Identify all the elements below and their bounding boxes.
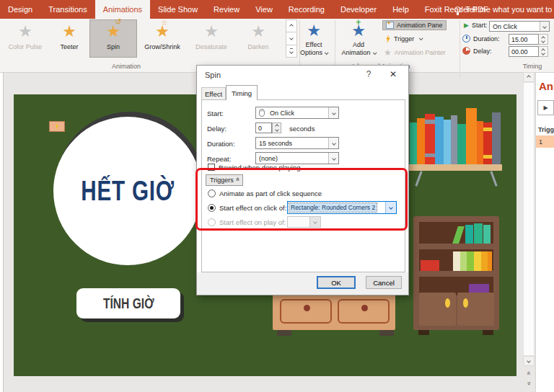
tab-transitions[interactable]: Transitions [40,0,94,19]
cabinet-foot [277,330,291,336]
chevron-down-icon [325,50,329,55]
leaning-book [452,226,465,244]
animation-pane-icon [386,22,394,29]
pie-clock-icon [462,47,470,55]
dialog-footer: OK Cancel [197,272,408,295]
tab-slide-show[interactable]: Slide Show [150,0,206,19]
ribbon-delay-spinner[interactable] [539,46,548,57]
vertical-scrollbar-track[interactable] [523,82,535,356]
tab-design[interactable]: Design [0,0,40,19]
thumbnail-pane-edge [0,73,4,392]
ribbon-delay-input[interactable]: 00.00 [509,46,539,57]
bookcase-shelf-1 [419,222,493,244]
drawer-cabinet-illustration[interactable] [273,294,395,330]
dropdown-arrow-icon[interactable] [328,153,338,164]
trigger-button[interactable]: Trigger [385,35,422,43]
cancel-button[interactable]: Cancel [366,276,402,289]
dropdown-arrow-icon[interactable] [328,138,338,148]
dialog-tab-timing[interactable]: Timing [226,85,258,100]
previous-slide-button[interactable]: « [523,368,535,378]
darken-star-icon: ★ [251,24,265,40]
play-from-button[interactable]: ▶ [537,100,554,115]
play-icon: ▶ [543,104,548,111]
cabinet-foot [379,330,394,336]
animation-pane-button[interactable]: Animation Pane [382,20,447,30]
start-select[interactable]: On Click [255,107,339,119]
animation-darken[interactable]: ★ Darken [235,19,281,58]
group-label-timing: Timing [509,63,554,70]
dropdown-arrow-icon[interactable] [540,22,549,31]
book-row [453,251,492,271]
book-spine [483,122,492,164]
wall-shelf-board[interactable] [408,164,502,171]
trigger-group-header: Trigger: Rectangle: Rounded Corners 2 [538,126,554,133]
animation-painter-button[interactable]: ★ Animation Painter [384,48,446,57]
drawer-right [338,299,390,324]
wall-shelf-books [410,108,501,164]
tell-me-search[interactable]: Tell me what you want to do [454,0,554,19]
het-gio-circle[interactable]: HẾT GIỜ [53,117,202,265]
ribbon-duration-row: Duration: [462,35,500,43]
lightning-bolt-icon [55,123,59,130]
effect-options-button[interactable]: ★ Effect Options [293,21,335,57]
tinh-gio-button-shape[interactable]: TÍNH GIỜ [76,288,180,318]
teeter-star-icon: ★ [62,24,76,40]
add-animation-button[interactable]: ★+ Add Animation [336,21,381,57]
powerpoint-window: Design Transitions Animations Slide Show… [0,0,554,392]
animation-color-pulse[interactable]: ★ Color Pulse [1,19,49,58]
het-gio-text: HẾT GIỜ [81,176,175,207]
chevron-down-icon [372,50,377,55]
ribbon-duration-spinner[interactable] [539,34,548,45]
clock-icon [462,35,470,43]
tab-review[interactable]: Review [206,0,247,19]
cabinet-door-left [419,293,456,326]
dropdown-arrow-icon[interactable] [328,107,338,118]
next-slide-button[interactable]: « [523,378,535,388]
delay-input[interactable]: 0 [255,122,272,133]
tab-view[interactable]: View [247,0,281,19]
animation-teeter[interactable]: ★ Teeter [49,19,89,58]
animation-grow-shrink[interactable]: ★☆ Grow/Shrink [137,19,188,58]
tab-animations[interactable]: Animations [95,0,150,19]
animation-spin[interactable]: ★↺ Spin [89,19,137,58]
lightning-bolt-icon [385,35,391,43]
ribbon-start-select[interactable]: On Click [489,21,550,32]
shelf-bracket [415,171,422,187]
ribbon-duration-input[interactable]: 15.00 [509,34,539,45]
start-play-icon: ▶ [464,22,469,29]
duration-select[interactable]: 15 seconds [255,137,339,149]
trigger-badge[interactable] [49,121,65,132]
book-spine [417,118,425,164]
tab-recording[interactable]: Recording [281,0,333,19]
dialog-help-button[interactable]: ? [363,69,374,81]
bookcase-foot [483,330,493,335]
duration-label: Duration: [207,140,235,148]
repeat-select[interactable]: (none) [255,152,339,164]
tab-help[interactable]: Help [384,0,417,19]
dialog-close-button[interactable]: ✕ [386,69,400,81]
mouse-click-icon [259,109,265,117]
animation-pane-panel: Animation Pane ▶ Trigger: Rectangle: Rou… [535,73,554,392]
scroll-down-button[interactable] [523,356,535,366]
ok-button[interactable]: OK [317,276,356,289]
tinh-gio-text: TÍNH GIỜ [103,295,154,312]
dialog-title: Spin [205,71,221,79]
delay-unit-label: seconds [289,125,315,133]
dialog-tab-effect[interactable]: Effect [201,87,226,100]
red-highlight-rectangle [195,168,408,231]
animation-gallery: ★ Color Pulse ★ Teeter ★↺ Spin ★☆ Grow/S… [1,19,281,58]
book-spine [425,114,435,164]
tab-developer[interactable]: Developer [333,0,384,19]
scroll-up-button[interactable] [523,72,535,82]
bookcase-shelf-2 [419,249,493,271]
book [474,223,483,244]
repeat-label: Repeat: [207,155,231,163]
delay-spinner[interactable] [272,122,281,133]
book-spine [410,122,417,164]
delay-label: Delay: [207,125,227,133]
animation-list-item-1[interactable]: 1 [536,135,554,148]
bookcase-illustration[interactable] [413,216,499,330]
drawer-left [280,299,332,324]
book-spine [444,120,451,164]
animation-desaturate[interactable]: ★ Desaturate [188,19,235,58]
